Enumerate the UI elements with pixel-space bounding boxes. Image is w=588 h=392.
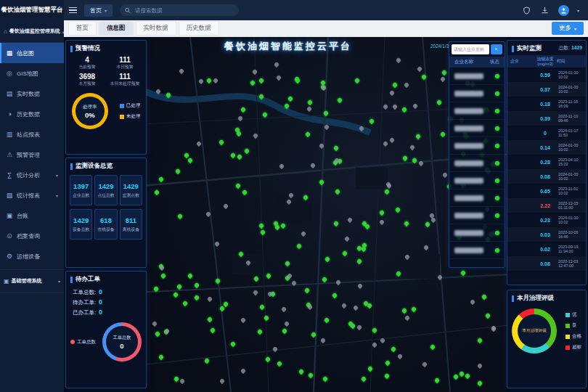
breadcrumb-home-tab[interactable]: 首页 ▾	[84, 4, 113, 17]
status-online-dot	[495, 126, 499, 131]
status-online-dot	[495, 179, 499, 183]
tab-历史数据[interactable]: 历史数据	[179, 21, 219, 36]
global-search[interactable]	[120, 4, 239, 16]
company-row[interactable]	[449, 224, 505, 242]
realtime-row[interactable]: 0.022023-09-19 11:34:00	[507, 242, 586, 256]
timestamp: 2024-01-30 10:02	[558, 85, 587, 95]
device-stat: 1429监测点数	[120, 175, 142, 205]
menu-toggle-icon[interactable]	[64, 0, 81, 20]
warning-stat: 111本日预警	[107, 56, 143, 70]
company-search-panel: 企业名称 状态	[449, 41, 505, 268]
warning-panel-title: 预警情况	[66, 41, 146, 55]
realtime-row[interactable]: 0.392023-11-10 09:46	[507, 111, 586, 126]
realtime-row[interactable]: 0.372024-01-30 10:02	[507, 82, 586, 97]
realtime-row[interactable]: 0.082024-01-30 10:02	[507, 169, 586, 184]
sidebar-item-信息图[interactable]: ▦信息图	[0, 43, 64, 63]
warning-stat: 3698本月预警	[69, 73, 105, 87]
tab-实时数据[interactable]: 实时数据	[136, 21, 176, 36]
blurred-company-name	[454, 143, 483, 149]
realtime-icon: ▤	[6, 90, 13, 97]
sidebar-item-实时数据[interactable]: ▤实时数据	[0, 83, 64, 104]
realtime-row[interactable]: 0.142024-01-30 10:02	[507, 140, 586, 155]
col-company: 企业	[510, 58, 534, 65]
status-online-dot	[495, 213, 499, 218]
device-stat-label: 在线设备	[95, 226, 116, 233]
ticket-line-label: 待办工单:	[73, 299, 96, 306]
realtime-row[interactable]: 0.032023-10-06 16:46	[507, 227, 586, 242]
col-concentration: 油烟浓度 (mg/m3)	[534, 57, 557, 66]
concentration-value: 0.08	[534, 261, 557, 266]
company-row[interactable]	[449, 155, 505, 172]
status-online-dot	[495, 109, 499, 113]
sidebar-item-运维设备[interactable]: ⚙运维设备	[0, 246, 64, 266]
sidebar-item-label: 实时数据	[17, 90, 40, 98]
device-stat: 618在线设备	[94, 209, 117, 240]
realtime-row[interactable]: 0.282023-04-10 15:22	[507, 155, 586, 169]
tab-首页[interactable]: 首页	[68, 21, 97, 36]
realtime-row[interactable]: 2.222023-12-15 01:11:00	[507, 198, 586, 213]
legend-label: 已处理	[126, 102, 141, 109]
ticket-line-value: 0	[99, 288, 102, 295]
timestamp: 2023-09-19 11:34:00	[558, 245, 587, 255]
sidebar-item-label: 运维设备	[17, 253, 40, 261]
col-time: 时间	[557, 58, 584, 65]
ticket-donut: 工单总数 0	[102, 322, 142, 362]
device-stat-label: 企业总数	[70, 192, 91, 199]
legend-item: 合格	[565, 333, 581, 340]
tab-信息图[interactable]: 信息图	[99, 21, 134, 36]
sidebar-item-历史数据[interactable]: ◑历史数据	[0, 104, 64, 124]
sidebar-item-站点报表[interactable]: ▥站点报表	[0, 124, 64, 144]
badge-icon[interactable]	[522, 5, 532, 15]
concentration-value: 0.39	[534, 116, 557, 121]
realtime-row[interactable]: 0.082023-12-03 12:47:00	[507, 256, 586, 271]
company-search-input[interactable]	[452, 44, 489, 54]
download-icon[interactable]	[540, 5, 550, 15]
company-search-button[interactable]	[491, 44, 502, 54]
company-row[interactable]	[449, 242, 505, 259]
blurred-company-name	[454, 178, 483, 184]
sidebar-item-统计分析[interactable]: ∑统计分析▾	[0, 165, 64, 185]
search-icon	[495, 46, 498, 52]
company-row[interactable]	[449, 172, 505, 189]
more-button[interactable]: 更多 ▾	[552, 22, 584, 35]
legend-label: 优	[572, 311, 577, 318]
sidebar-item-台账[interactable]: ▣台账	[0, 205, 64, 226]
company-row[interactable]	[449, 137, 505, 155]
warning-stat-value: 4	[69, 56, 105, 64]
realtime-row[interactable]: 0.592024-01-30 10:02	[507, 68, 586, 82]
sidebar-system-title[interactable]: ⌂ 餐饮油烟监控管理系统 ▴	[0, 20, 64, 43]
sidebar-item-档案查询[interactable]: ⊙档案查询	[0, 226, 64, 246]
chevron-down-icon[interactable]: ▾	[577, 8, 579, 13]
sidebar-item-label: 信息图	[17, 49, 34, 57]
sidebar-item-预警管理[interactable]: ⚠预警管理	[0, 144, 64, 165]
realtime-row[interactable]: 0.232024-01-30 10:02	[507, 213, 586, 227]
concentration-value: 0.14	[534, 145, 557, 150]
realtime-row[interactable]: 0.182023-11-15 16:09	[507, 97, 586, 111]
sidebar-base-system[interactable]: ▣ 基础管理系统 ▾	[0, 269, 64, 293]
company-name-column: 企业名称	[454, 59, 473, 65]
sidebar-item-统计报表[interactable]: ▧统计报表▾	[0, 185, 64, 205]
concentration-value: 0.18	[534, 102, 557, 107]
company-table-rows	[449, 68, 505, 259]
warning-stat: 111本日未处理预警	[107, 73, 143, 87]
status-online-dot	[495, 144, 499, 148]
avatar[interactable]	[558, 5, 569, 16]
legend-item: 工单总数	[70, 339, 96, 346]
company-row[interactable]	[449, 85, 505, 102]
realtime-row[interactable]: 02024-01-17 11:53	[507, 126, 586, 140]
sidebar-item-GIS地图[interactable]: ◎GIS地图	[0, 63, 64, 83]
system-title-label: 餐饮油烟监控管理系统	[9, 28, 60, 35]
realtime-row[interactable]: 0.652023-11-01 10:02	[507, 184, 586, 198]
chevron-down-icon: ▾	[574, 26, 576, 31]
status-online-dot	[495, 196, 499, 200]
device-stat: 1429设备总数	[70, 209, 92, 240]
company-row[interactable]	[449, 120, 505, 137]
company-row[interactable]	[449, 207, 505, 224]
company-row[interactable]	[449, 68, 505, 85]
company-row[interactable]	[449, 189, 505, 207]
legend-label: 未处理	[126, 113, 141, 120]
device-stat-label: 设备总数	[70, 226, 91, 233]
blurred-company-name	[454, 230, 483, 236]
global-search-input[interactable]	[134, 7, 234, 15]
company-row[interactable]	[449, 102, 505, 120]
